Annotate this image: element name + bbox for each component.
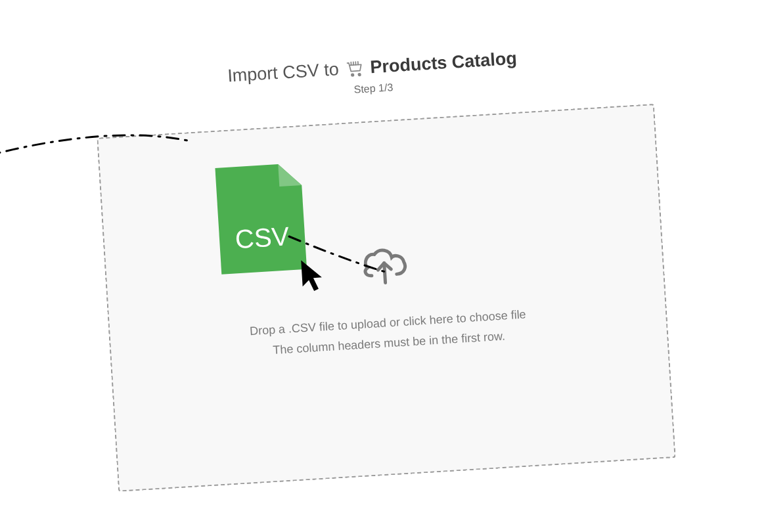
cursor-icon <box>298 257 328 298</box>
svg-point-1 <box>358 73 361 76</box>
cloud-upload-icon <box>356 241 411 294</box>
import-header: Import CSV to Products Catalog Step 1/3 <box>43 37 702 115</box>
svg-point-0 <box>351 74 353 76</box>
catalog-name: Products Catalog <box>369 49 517 78</box>
svg-line-6 <box>384 263 385 283</box>
dragged-csv-file[interactable]: CSV <box>212 160 309 277</box>
csv-file-label: CSV <box>234 221 290 254</box>
title-prefix: Import CSV to <box>227 59 339 86</box>
import-wizard-stage: Import CSV to Products Catalog Step 1/3 <box>43 37 725 495</box>
cart-icon <box>344 58 364 78</box>
csv-dropzone[interactable]: Drop a .CSV file to upload or click here… <box>97 104 675 492</box>
dropzone-instructions: Drop a .CSV file to upload or click here… <box>249 305 528 362</box>
